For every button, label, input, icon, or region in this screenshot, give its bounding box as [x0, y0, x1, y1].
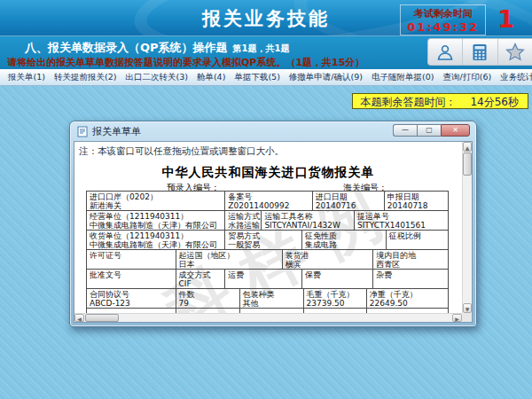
form-cell: 包装种类其他	[240, 289, 304, 308]
field-value: SITCYANTAI/1432W	[264, 221, 351, 230]
field-label: 境内目的地	[376, 251, 445, 260]
task-bar: 八、报关单数据录入（QP系统）操作题第1题，共1题 请将给出的报关单草单数据按答…	[0, 35, 532, 69]
field-value: CIF	[179, 279, 223, 288]
menu-item[interactable]: 转关提前报关(2)	[50, 72, 121, 83]
field-value: 集成电路	[305, 240, 383, 249]
scrollbar-corner	[462, 313, 472, 322]
field-label: 成交方式	[179, 270, 223, 279]
form-cell: 收货单位（1211940311）中微集成电路制造（天津）有限公司	[87, 231, 225, 249]
maximize-button[interactable]: ▢	[417, 124, 441, 137]
form-cell: 毛重（千克）23739.50	[304, 289, 367, 308]
field-label: 收货单位（1211940311）	[90, 231, 222, 240]
field-label: 申报日期	[387, 192, 445, 201]
calculator-button[interactable]	[463, 39, 497, 65]
form-cell: 保费	[302, 270, 373, 288]
field-label: 进口口岸（0202）	[90, 192, 222, 201]
form-row: 许可证号起运国（地区）日本装货港横滨境内目的地西青区	[87, 250, 448, 270]
field-value: 20140716	[316, 201, 381, 210]
menu-item[interactable]: 单据下载(5)	[230, 72, 284, 83]
horizontal-scroll-thumb[interactable]	[85, 314, 119, 322]
vertical-scroll-thumb[interactable]	[463, 153, 472, 176]
draft-declaration-window: 报关单草单 — ▢ ✕ 科样例 注：本该窗口可以任意拖动位置或调整窗口大小。 中…	[69, 121, 477, 327]
caption-buttons: — ▢ ✕	[393, 124, 470, 137]
window-title-bar[interactable]: 报关单草单 — ▢ ✕	[70, 121, 476, 141]
menu-item[interactable]: 查询/打印(6)	[438, 72, 496, 83]
form-row: 合同协议号ABCD-123件数79包装种类其他毛重（千克）23739.50净重（…	[87, 289, 448, 309]
form-cell: 件数79	[176, 289, 240, 308]
minimize-button[interactable]: —	[393, 124, 417, 137]
field-value: 22649.50	[370, 299, 445, 308]
app-header: 报关业务技能 考试剩余时间 01:49:32 1	[0, 0, 532, 35]
field-value: 79	[179, 299, 237, 308]
field-label: 装货港	[286, 251, 371, 260]
field-label: 征税比例	[389, 231, 445, 240]
form-cell: 申报日期20140718	[385, 192, 448, 210]
menu-item[interactable]: 报关单(1)	[4, 72, 50, 83]
field-value: 中微集成电路制造（天津）有限公司	[90, 221, 222, 230]
horizontal-scrollbar[interactable]: ◀ ▶	[74, 313, 462, 322]
form-cell: 装货港横滨	[283, 250, 374, 269]
task-heading: 八、报关单数据录入（QP系统）操作题第1题，共1题	[25, 40, 290, 56]
exam-application: 报关业务技能 考试剩余时间 01:49:32 1 八、报关单数据录入（QP系统）…	[0, 0, 532, 399]
form-cell: 运费	[225, 270, 302, 288]
menu-bar: 报关单(1)转关提前报关(2)出口二次转关(3)舱单(4)单据下载(5)修撤单申…	[0, 69, 532, 86]
menu-item[interactable]: 电子随附单据(0)	[367, 72, 438, 83]
field-value: 中微集成电路制造（天津）有限公司	[90, 240, 222, 249]
form-cell: 杂费	[373, 270, 448, 288]
field-label: 合同协议号	[90, 290, 173, 299]
form-cell: 经营单位（1211940311）中微集成电路制造（天津）有限公司	[87, 211, 225, 230]
form-cell: 境内目的地西青区	[373, 250, 448, 269]
form-row: 收货单位（1211940311）中微集成电路制造（天津）有限公司贸易方式一般贸易…	[87, 231, 448, 250]
question-timer-value: 14分56秒	[470, 96, 519, 108]
vertical-scrollbar[interactable]: ▲ ▼	[462, 142, 472, 313]
field-label: 征免性质	[305, 231, 383, 240]
field-label: 保费	[305, 270, 370, 279]
task-heading-text: 八、报关单数据录入（QP系统）操作题	[25, 41, 228, 54]
field-value: 日本	[179, 260, 279, 269]
field-label: 备案号	[228, 192, 309, 201]
field-label: 许可证号	[90, 251, 173, 260]
field-value: 23739.50	[307, 299, 364, 308]
user-button[interactable]	[428, 39, 463, 65]
field-value: 水路运输	[228, 221, 258, 230]
scroll-down-icon[interactable]: ▼	[463, 303, 472, 313]
form-row: 经营单位（1211940311）中微集成电路制造（天津）有限公司运输方式水路运输…	[87, 211, 448, 231]
field-value: 西青区	[376, 260, 445, 269]
menu-item[interactable]: 出口二次转关(3)	[121, 72, 192, 83]
scroll-up-icon[interactable]: ▲	[463, 142, 472, 152]
scroll-right-icon[interactable]: ▶	[452, 314, 462, 322]
form-cell: 净重（千克）22649.50	[367, 289, 448, 308]
field-label: 运输工具名称	[264, 212, 351, 221]
menu-item[interactable]: 修撤单申请/确认(9)	[285, 72, 367, 83]
menu-item[interactable]: 业务统计(7)	[496, 72, 532, 83]
field-value: ABCD-123	[90, 299, 173, 308]
field-value: SITYCTX1401561	[357, 221, 445, 230]
field-label: 贸易方式	[228, 231, 299, 240]
field-label: 毛重（千克）	[307, 290, 364, 299]
favorite-button[interactable]	[498, 39, 532, 65]
question-number-badge: 1	[497, 5, 514, 33]
close-button[interactable]: ✕	[441, 124, 470, 137]
form-cell: 许可证号	[87, 250, 176, 269]
field-value: 新港海关	[90, 201, 222, 210]
form-cell: 批准文号	[87, 270, 176, 288]
form-cell: 成交方式CIF	[176, 270, 226, 288]
menu-item[interactable]: 舱单(4)	[192, 72, 230, 83]
form-cell: 运输工具名称SITCYANTAI/1432W	[262, 211, 355, 230]
field-label: 批准文号	[90, 270, 173, 279]
field-value: 20140718	[387, 201, 445, 210]
form-cell: 备案号Z02011400992	[225, 192, 312, 210]
document-icon	[77, 126, 88, 137]
field-label: 进口日期	[316, 192, 381, 201]
exam-timer: 考试剩余时间 01:49:32	[400, 4, 486, 35]
declaration-form-title: 中华人民共和国海关进口货物报关单	[74, 165, 462, 181]
scroll-left-icon[interactable]: ◀	[74, 314, 84, 322]
form-cell: 征税比例	[387, 231, 448, 249]
task-instruction: 请将给出的报关单草单数据按答题说明的要求录入模拟QP系统。（1题，共15分）	[7, 56, 364, 69]
field-value: Z02011400992	[228, 201, 309, 210]
star-icon	[505, 43, 525, 61]
exam-timer-value: 01:49:32	[407, 20, 479, 34]
task-heading-note: 第1题，共1题	[233, 43, 290, 53]
form-cell: 起运国（地区）日本	[176, 250, 283, 269]
field-value: 横滨	[286, 260, 371, 269]
